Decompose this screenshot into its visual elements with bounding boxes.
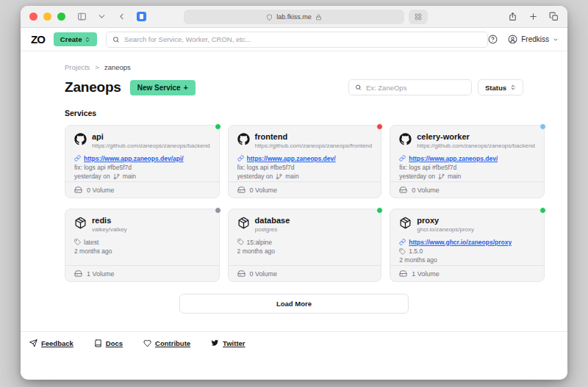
service-branch: main [285,172,298,181]
service-url-link[interactable]: https://www.app.zaneops.dev/ [237,154,373,163]
back-button-icon[interactable] [117,12,126,21]
service-url-link[interactable]: https://www.app.zaneops.dev/ [399,154,535,163]
link-icon [74,155,81,162]
zoom-window-icon[interactable] [57,12,65,21]
github-icon [74,133,87,145]
chevrons-up-down-icon [510,84,516,90]
new-service-button[interactable]: New Service + [130,80,196,95]
service-card[interactable]: frontend https://github.com/zaneops/zane… [228,125,382,198]
service-tag-row: 15:alpine [237,238,373,247]
service-card[interactable]: proxy ghcr.io/zaneops/proxy https://www.… [390,209,545,282]
service-filter-input[interactable] [366,84,465,92]
tag-icon [237,239,244,245]
search-icon [355,84,362,91]
service-commit: fix: logs api #fbe5f7d [74,163,210,172]
browser-toolbar: lab.fkiss.me [21,6,567,28]
footer-link-docs[interactable]: Docs [94,339,123,347]
service-source: https://github.com/zaneops/zaneops/backe… [417,142,535,149]
service-tag: 1.5.0 [409,247,423,256]
service-filter[interactable] [348,79,472,95]
breadcrumb-projects[interactable]: Projects [65,63,90,71]
sidebar-toggle-icon[interactable] [77,12,87,21]
user-name: Fredkiss [521,35,549,43]
service-tag: latest [84,238,98,247]
service-source: postgres [255,226,290,233]
service-updated: 2 months ago [74,247,210,256]
git-branch-icon [276,173,282,180]
help-button[interactable] [488,35,498,44]
main-content: Projects > zaneops Zaneops New Service +… [21,63,567,314]
service-branch: main [448,172,461,181]
app-header: ZO Create Fredkiss [21,28,567,51]
service-url: https://www.app.zaneops.dev/api/ [84,154,184,163]
service-card[interactable]: api https://github.com/zaneops/zaneops/b… [65,125,220,198]
tab-group-chevron-icon[interactable] [97,12,107,21]
github-icon [399,133,412,145]
service-status-dot [539,207,546,214]
hard-drive-icon [74,186,82,194]
global-search[interactable] [106,32,488,48]
service-card[interactable]: celery-worker https://github.com/zaneops… [390,125,545,198]
footer-link-twitter[interactable]: Twitter [211,339,245,347]
create-button[interactable]: Create [54,32,98,46]
service-volumes: 0 Volume [229,181,381,198]
service-url: https://www.app.zaneops.dev/ [247,154,336,163]
service-volume-count: 0 Volume [412,187,440,194]
help-circle-icon [488,35,498,44]
new-tab-icon[interactable] [528,12,538,21]
user-menu[interactable]: Fredkiss [508,35,559,44]
tab-overview-icon[interactable] [549,12,559,21]
extensions-popup-button[interactable] [409,10,428,24]
service-url: https://www.app.zaneops.dev/ [409,154,498,163]
service-branch: main [123,172,136,181]
address-bar[interactable]: lab.fkiss.me [184,10,404,24]
breadcrumb-separator: > [95,63,99,71]
service-deploy-info: yesterday on main [74,172,210,181]
service-volume-count: 0 Volume [250,187,278,194]
service-status-dot [215,123,221,130]
status-filter-button[interactable]: Status [478,79,523,95]
service-deploy-info: yesterday on main [237,172,373,181]
close-window-icon[interactable] [29,12,37,21]
user-avatar-icon [508,35,517,44]
service-url-link[interactable]: https://www.app.zaneops.dev/api/ [74,154,210,163]
git-branch-icon [113,173,120,180]
hard-drive-icon [237,186,245,194]
service-card[interactable]: redis valkey/valkey latest 2 months ago … [65,209,220,282]
service-source: valkey/valkey [92,226,127,233]
service-volumes: 0 Volume [390,181,544,198]
services-grid: api https://github.com/zaneops/zaneops/b… [65,125,523,282]
service-volumes: 0 Volume [229,265,381,281]
service-name: redis [92,216,127,225]
book-icon [94,339,102,347]
twitter-icon [211,339,219,347]
footer-link-contribute[interactable]: Contribute [143,339,190,347]
service-card[interactable]: database postgres 15:alpine 2 months ago… [228,209,382,282]
service-status-dot [376,123,383,130]
service-updated: 2 months ago [399,256,535,264]
service-updated: 2 months ago [237,247,373,256]
services-heading: Services [65,109,523,117]
browser-window: lab.fkiss.me ZO Create [21,6,567,380]
hard-drive-icon [399,270,407,278]
service-status-dot [376,207,383,214]
global-search-input[interactable] [124,35,481,43]
service-name: api [92,132,210,142]
hard-drive-icon [399,186,407,194]
hard-drive-icon [74,270,82,278]
service-status-dot [539,123,546,130]
service-deploy-time: yesterday on [237,172,273,181]
extension-icon[interactable] [137,12,146,21]
service-commit: fix: logs api #fbe5f7d [237,163,373,172]
service-name: celery-worker [417,132,535,142]
service-url-link[interactable]: https://www.ghcr.io/zaneops/proxy [399,238,535,247]
zaneops-logo[interactable]: ZO [31,33,45,46]
link-icon [399,155,406,162]
load-more-button[interactable]: Load More [179,294,409,314]
service-volume-count: 1 Volume [87,270,115,278]
grid-icon [415,13,422,21]
footer-link-feedback[interactable]: Feedback [29,339,74,347]
share-icon[interactable] [508,12,517,21]
breadcrumb-current[interactable]: zaneops [104,63,131,71]
minimize-window-icon[interactable] [43,12,51,21]
